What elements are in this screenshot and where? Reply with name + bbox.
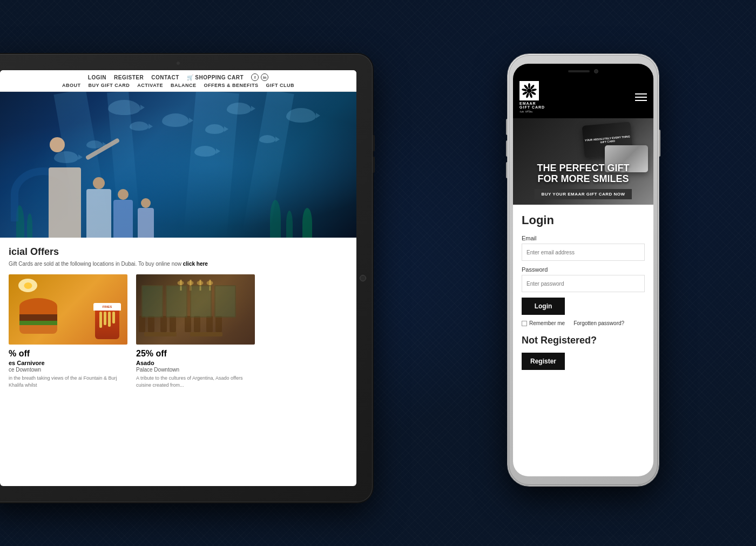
remember-me-label: Remember me — [529, 320, 565, 326]
nav-buy-gift-card[interactable]: BUY GIFT CARD — [88, 83, 130, 88]
remember-me-checkbox[interactable] — [522, 321, 527, 326]
phone-power-button — [659, 130, 660, 157]
hamburger-line-3 — [635, 100, 647, 101]
nav-register[interactable]: REGISTER — [114, 75, 144, 80]
emaar-logo: EMAAR GIFT CARD بطاقة هبة — [519, 81, 545, 113]
card-1-discount: % off — [9, 349, 127, 359]
phone-screen: EMAAR GIFT CARD بطاقة هبة YOUR ABSOLUTEL… — [513, 64, 653, 476]
tablet-cards: FRIES — [9, 274, 348, 388]
card-1-location: ce Downtown — [9, 367, 127, 373]
tablet-nav-top: LOGIN REGISTER CONTACT 🛒 SHOPPING CART f… — [88, 73, 268, 81]
login-section: Login Email Password Login Remember me F… — [513, 205, 653, 379]
tablet-volume-down — [373, 157, 375, 173]
section-title: icial Offers — [9, 246, 348, 258]
nav-about[interactable]: ABOUT — [62, 83, 81, 88]
phone-front-camera — [594, 69, 598, 73]
phone-device: EMAAR GIFT CARD بطاقة هبة YOUR ABSOLUTEL… — [508, 54, 659, 486]
remember-me-group: Remember me — [522, 320, 565, 326]
hamburger-line-1 — [635, 93, 647, 95]
email-label: Email — [522, 235, 645, 241]
nav-gift-club[interactable]: GIFT CLUB — [266, 83, 295, 88]
login-button[interactable]: Login — [522, 298, 565, 315]
tablet-nav: LOGIN REGISTER CONTACT 🛒 SHOPPING CART f… — [0, 70, 356, 92]
cart-icon: 🛒 — [187, 75, 194, 80]
nav-cart[interactable]: 🛒 SHOPPING CART — [187, 75, 244, 80]
gift-card-text: YOUR ABSOLUTELY EVERY THING GIFT CARD — [583, 134, 632, 146]
forgot-password-link[interactable]: Forgotten password? — [573, 320, 624, 326]
not-registered-title: Not Registered? — [522, 335, 645, 346]
password-input[interactable] — [522, 275, 645, 292]
emaar-sun-icon — [522, 83, 537, 98]
tablet-screen: LOGIN REGISTER CONTACT 🛒 SHOPPING CART f… — [0, 70, 356, 486]
phone-body: EMAAR GIFT CARD بطاقة هبة YOUR ABSOLUTEL… — [508, 54, 659, 486]
card-2-image — [136, 274, 255, 345]
tablet-volume-up — [373, 135, 375, 151]
card-1-desc: in the breath taking views of the ai Fou… — [9, 375, 127, 388]
hero-title: THE PERFECT GIFT FOR MORE SMILES — [537, 163, 630, 185]
password-label: Password — [522, 266, 645, 273]
login-title: Login — [522, 213, 645, 227]
facebook-icon[interactable]: f — [251, 73, 259, 81]
card-2-name: Asado — [136, 360, 255, 366]
card-2-discount: 25% off — [136, 349, 255, 359]
email-input[interactable] — [522, 244, 645, 261]
hamburger-line-2 — [635, 97, 647, 98]
nav-contact[interactable]: CONTACT — [151, 75, 179, 80]
emaar-logo-text: EMAAR — [519, 102, 536, 105]
tablet-content: icial Offers Gift Cards are sold at the … — [0, 238, 356, 397]
hamburger-menu-button[interactable] — [635, 93, 647, 101]
card-1-name: es Carnivore — [9, 360, 127, 366]
card-1-image: FRIES — [9, 274, 127, 345]
instagram-icon[interactable]: in — [261, 73, 268, 81]
tablet-nav-bottom: ABOUT BUY GIFT CARD ACTIVATE BALANCE OFF… — [62, 83, 294, 88]
phone-notch — [556, 64, 610, 79]
click-here-link[interactable]: click here — [183, 261, 208, 267]
aquarium-background — [0, 92, 356, 238]
tablet-device: LOGIN REGISTER CONTACT 🛒 SHOPPING CART f… — [0, 54, 373, 502]
emaar-giftcard-text: GIFT CARD — [519, 105, 545, 109]
tablet-body: LOGIN REGISTER CONTACT 🛒 SHOPPING CART f… — [0, 54, 373, 502]
nav-activate[interactable]: ACTIVATE — [137, 83, 163, 88]
phone-volume-down-button — [506, 162, 508, 178]
svg-point-10 — [527, 89, 531, 93]
phone-speaker — [568, 70, 590, 72]
tablet-card-1: FRIES — [9, 274, 127, 388]
card-2-location: Palace Downtown — [136, 367, 255, 373]
tablet-home-button — [360, 275, 366, 281]
emaar-arabic-text: بطاقة هبة — [519, 109, 533, 113]
card-2-desc: A tribute to the cultures of Argentina, … — [136, 375, 255, 388]
tablet-hero-image — [0, 92, 356, 238]
remember-row: Remember me Forgotten password? — [522, 320, 645, 326]
nav-login[interactable]: LOGIN — [88, 75, 106, 80]
nav-balance[interactable]: BALANCE — [171, 83, 197, 88]
phone-mute-button — [506, 119, 508, 135]
phone-volume-up-button — [506, 140, 508, 157]
nav-offers-benefits[interactable]: OFFERS & BENEFITS — [204, 83, 259, 88]
emaar-logo-box — [519, 81, 539, 100]
buy-gift-card-button[interactable]: BUY YOUR EMAAR GIFT CARD NOW — [535, 189, 631, 199]
section-desc: Gift Cards are sold at the following loc… — [9, 261, 348, 267]
phone-hero: YOUR ABSOLUTELY EVERY THING GIFT CARD TH… — [513, 118, 653, 205]
tablet-camera — [177, 62, 180, 65]
social-icons: f in — [251, 73, 268, 81]
tablet-card-2: 25% off Asado Palace Downtown A tribute … — [136, 274, 255, 388]
register-button[interactable]: Register — [522, 353, 565, 370]
svg-point-1 — [528, 83, 530, 89]
